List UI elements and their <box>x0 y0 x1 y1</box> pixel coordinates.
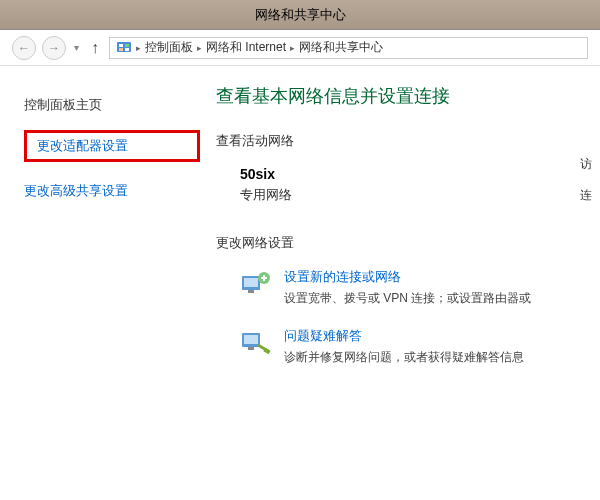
troubleshoot-link[interactable]: 问题疑难解答 <box>284 327 600 345</box>
svg-rect-10 <box>244 335 258 344</box>
change-settings-heading: 更改网络设置 <box>216 234 600 252</box>
chevron-right-icon: ▸ <box>290 43 295 53</box>
page-title: 查看基本网络信息并设置连接 <box>216 84 600 108</box>
chevron-right-icon: ▸ <box>197 43 202 53</box>
svg-rect-11 <box>248 347 254 350</box>
new-connection-icon <box>240 268 272 300</box>
window-title: 网络和共享中心 <box>255 6 346 24</box>
dropdown-icon[interactable]: ▾ <box>74 42 79 53</box>
forward-button[interactable]: → <box>42 36 66 60</box>
active-network-block: 50six 专用网络 <box>216 166 600 204</box>
new-connection-desc: 设置宽带、拨号或 VPN 连接；或设置路由器或 <box>284 290 600 307</box>
breadcrumb-item[interactable]: 网络和 Internet <box>206 39 286 56</box>
svg-rect-2 <box>125 44 129 47</box>
new-connection-link[interactable]: 设置新的连接或网络 <box>284 268 600 286</box>
breadcrumb[interactable]: ▸ 控制面板 ▸ 网络和 Internet ▸ 网络和共享中心 <box>109 37 588 59</box>
sidebar-sharing-settings[interactable]: 更改高级共享设置 <box>24 172 200 210</box>
sidebar-sharing-link[interactable]: 更改高级共享设置 <box>24 178 136 204</box>
window-title-bar: 网络和共享中心 <box>0 0 600 30</box>
control-panel-icon <box>116 40 132 56</box>
svg-rect-1 <box>119 44 123 47</box>
troubleshoot-desc: 诊断并修复网络问题，或者获得疑难解答信息 <box>284 349 600 366</box>
arrow-right-icon: → <box>48 41 60 55</box>
right-edge-clipped: 访 连 <box>580 66 600 500</box>
main-panel: 查看基本网络信息并设置连接 查看活动网络 50six 专用网络 更改网络设置 设… <box>200 66 600 500</box>
right-text-1: 访 <box>580 156 600 173</box>
network-type: 专用网络 <box>240 186 600 204</box>
breadcrumb-item[interactable]: 网络和共享中心 <box>299 39 383 56</box>
svg-rect-3 <box>119 48 123 51</box>
sidebar-home-label: 控制面板主页 <box>24 97 102 112</box>
troubleshoot-block: 问题疑难解答 诊断并修复网络问题，或者获得疑难解答信息 <box>216 327 600 366</box>
svg-rect-6 <box>244 278 258 287</box>
sidebar-adapter-link[interactable]: 更改适配器设置 <box>37 135 128 157</box>
back-button[interactable]: ← <box>12 36 36 60</box>
chevron-right-icon: ▸ <box>136 43 141 53</box>
up-button[interactable]: ↑ <box>91 39 99 57</box>
sidebar-home[interactable]: 控制面板主页 <box>24 90 200 120</box>
content-area: 控制面板主页 更改适配器设置 更改高级共享设置 查看基本网络信息并设置连接 查看… <box>0 66 600 500</box>
troubleshoot-icon <box>240 327 272 359</box>
navigation-bar: ← → ▾ ↑ ▸ 控制面板 ▸ 网络和 Internet ▸ 网络和共享中心 <box>0 30 600 66</box>
network-name: 50six <box>240 166 600 182</box>
svg-rect-7 <box>248 290 254 293</box>
sidebar-adapter-settings[interactable]: 更改适配器设置 <box>24 130 200 162</box>
sidebar: 控制面板主页 更改适配器设置 更改高级共享设置 <box>0 66 200 500</box>
new-connection-block: 设置新的连接或网络 设置宽带、拨号或 VPN 连接；或设置路由器或 <box>216 268 600 307</box>
active-networks-heading: 查看活动网络 <box>216 132 600 150</box>
arrow-left-icon: ← <box>18 41 30 55</box>
breadcrumb-item[interactable]: 控制面板 <box>145 39 193 56</box>
troubleshoot-text: 问题疑难解答 诊断并修复网络问题，或者获得疑难解答信息 <box>284 327 600 366</box>
svg-rect-4 <box>125 48 129 51</box>
new-connection-text: 设置新的连接或网络 设置宽带、拨号或 VPN 连接；或设置路由器或 <box>284 268 600 307</box>
right-text-2: 连 <box>580 187 600 204</box>
